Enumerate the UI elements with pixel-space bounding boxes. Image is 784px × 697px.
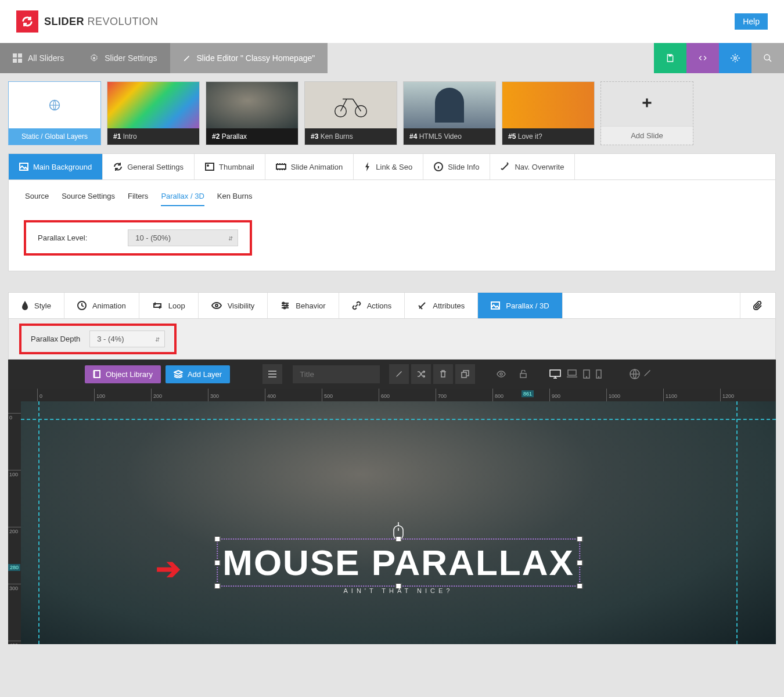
tools-icon: [418, 301, 427, 310]
tab-general-settings[interactable]: General Settings: [103, 154, 195, 179]
svg-point-18: [283, 303, 285, 304]
slide-5[interactable]: #5 Love it?: [502, 81, 595, 145]
ltab-parallax[interactable]: Parallax / 3D: [478, 293, 562, 318]
nav-slider-settings[interactable]: Slider Settings: [77, 43, 170, 73]
add-slide-label: Add Slide: [601, 126, 693, 145]
search-button[interactable]: [751, 43, 784, 73]
svg-rect-26: [568, 370, 576, 375]
parallax-level-label: Parallax Level:: [38, 233, 87, 242]
wand-icon: [501, 162, 510, 171]
top-bar: SLIDER REVOLUTION Help: [0, 0, 784, 43]
laptop-icon[interactable]: [567, 369, 577, 379]
tab-thumbnail[interactable]: Thumbnail: [195, 154, 265, 179]
slide-2[interactable]: #2 Parallax: [206, 81, 299, 145]
ruler-horizontal: 861 010020030040050060070080090010001100…: [8, 389, 776, 401]
desktop-icon[interactable]: [549, 369, 561, 379]
tab-main-background[interactable]: Main Background: [9, 154, 103, 179]
svg-rect-14: [276, 164, 286, 169]
sliders-icon: [280, 301, 290, 310]
copy-icon[interactable]: [455, 364, 475, 384]
ltab-behavior[interactable]: Behavior: [268, 293, 339, 318]
visibility-toggle[interactable]: [491, 364, 511, 384]
ltab-visibility[interactable]: Visibility: [199, 293, 268, 318]
svg-rect-3: [18, 59, 22, 63]
image-icon: [19, 163, 28, 171]
book-icon: [93, 370, 101, 378]
bolt-icon: [364, 162, 371, 171]
eye-icon: [211, 302, 222, 309]
nav-all-label: All Sliders: [28, 53, 64, 63]
subtab-source-settings[interactable]: Source Settings: [62, 192, 115, 206]
phone-icon[interactable]: [596, 369, 602, 379]
svg-rect-22: [462, 372, 466, 378]
slide-static[interactable]: Static / Global Layers: [8, 81, 101, 145]
pen-tool-icon[interactable]: [643, 369, 652, 379]
tab-slide-info[interactable]: Slide Info: [423, 154, 490, 179]
object-library-button[interactable]: Object Library: [85, 365, 161, 383]
stage[interactable]: MOUSE PARALLAX AIN'T THAT NICE? ➔: [21, 401, 776, 644]
menu-icon[interactable]: [262, 364, 282, 384]
svg-rect-2: [13, 59, 17, 63]
svg-rect-0: [13, 53, 17, 58]
svg-point-19: [286, 305, 288, 307]
logo: [16, 10, 38, 33]
main-nav: All Sliders Slider Settings Slide Editor…: [0, 43, 784, 73]
shuffle-icon[interactable]: [411, 364, 431, 384]
svg-rect-1: [18, 53, 22, 58]
ltab-attributes[interactable]: Attributes: [405, 293, 478, 318]
subheadline-text: AIN'T THAT NICE?: [344, 587, 454, 594]
subtab-source[interactable]: Source: [25, 192, 49, 206]
tab-slide-animation[interactable]: Slide Animation: [265, 154, 354, 179]
info-icon: [434, 162, 443, 171]
subtab-parallax[interactable]: Parallax / 3D: [161, 192, 204, 206]
annotation-arrow: ➔: [156, 551, 181, 586]
trash-icon[interactable]: [433, 364, 453, 384]
film-icon: [276, 163, 286, 171]
add-layer-button[interactable]: Add Layer: [166, 365, 230, 383]
save-button[interactable]: [654, 43, 686, 73]
clock-icon: [77, 301, 87, 310]
svg-point-30: [599, 377, 599, 378]
pencil-icon: [183, 54, 191, 62]
headline-text: MOUSE PARALLAX: [222, 542, 574, 583]
settings-button[interactable]: [719, 43, 751, 73]
edit-icon[interactable]: [389, 364, 409, 384]
parallax-depth-select[interactable]: 3 - (4%): [89, 330, 165, 347]
parallax-depth-row: Parallax Depth 3 - (4%): [8, 319, 776, 360]
ltab-attach[interactable]: [740, 293, 775, 318]
subtab-filters[interactable]: Filters: [128, 192, 148, 206]
ltab-loop[interactable]: Loop: [139, 293, 199, 318]
svg-rect-24: [520, 373, 526, 378]
globe-tool-icon[interactable]: [630, 369, 640, 379]
svg-point-6: [734, 57, 736, 59]
layer-tabs: Style Animation Loop Visibility Behavior…: [8, 292, 776, 319]
ltab-actions[interactable]: Actions: [339, 293, 405, 318]
title-input[interactable]: [293, 365, 380, 383]
layers-icon: [174, 370, 183, 378]
svg-point-17: [215, 304, 218, 307]
embed-button[interactable]: [686, 43, 719, 73]
lock-toggle[interactable]: [513, 364, 533, 384]
ltab-animation[interactable]: Animation: [64, 293, 139, 318]
svg-rect-5: [668, 55, 671, 56]
slide-4[interactable]: #4 HTML5 Video: [403, 81, 496, 145]
parallax-level-select[interactable]: 10 - (50%): [128, 229, 238, 246]
nav-slide-editor[interactable]: Slide Editor " Classy Homepage": [170, 43, 328, 73]
selected-layer[interactable]: MOUSE PARALLAX: [217, 538, 580, 587]
slide-3[interactable]: #3 Ken Burns: [304, 81, 397, 145]
tablet-icon[interactable]: [583, 369, 590, 379]
help-button[interactable]: Help: [735, 13, 768, 30]
svg-point-7: [764, 55, 769, 60]
tab-link-seo[interactable]: Link & Seo: [354, 154, 423, 179]
nav-all-sliders[interactable]: All Sliders: [0, 43, 77, 73]
tab-nav-overwrite[interactable]: Nav. Overwrite: [490, 154, 575, 179]
ltab-style[interactable]: Style: [9, 293, 64, 318]
add-slide-button[interactable]: Add Slide: [600, 81, 693, 145]
editor-canvas[interactable]: 861 010020030040050060070080090010001100…: [8, 389, 776, 644]
slide-static-label: Static / Global Layers: [9, 128, 100, 145]
subtab-kenburns[interactable]: Ken Burns: [217, 192, 253, 206]
svg-rect-12: [206, 163, 214, 170]
svg-point-20: [284, 307, 286, 309]
slide-1[interactable]: #1 Intro: [107, 81, 200, 145]
ruler-marker-x: 861: [522, 390, 534, 397]
